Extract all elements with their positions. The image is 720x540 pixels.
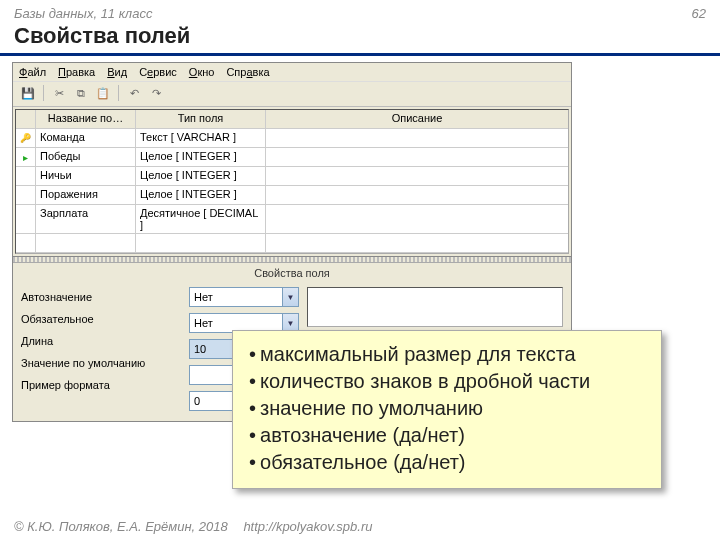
- paste-icon[interactable]: 📋: [94, 84, 112, 102]
- cell-field-type[interactable]: Целое [ INTEGER ]: [136, 186, 266, 204]
- label-default: Значение по умолчанию: [21, 357, 181, 369]
- cell-field-name[interactable]: Зарплата: [36, 205, 136, 233]
- undo-icon[interactable]: ↶: [125, 84, 143, 102]
- cell-field-desc[interactable]: [266, 129, 568, 147]
- row-marker-icon: [16, 205, 36, 233]
- cut-icon[interactable]: ✂: [50, 84, 68, 102]
- cell-field-desc[interactable]: [266, 167, 568, 185]
- callout-item: обязательное (да/нет): [249, 449, 645, 476]
- separator: [43, 85, 44, 101]
- input-autovalue-text: Нет: [190, 291, 282, 303]
- table-row[interactable]: ЗарплатаДесятичное [ DECIMAL ]: [16, 205, 568, 234]
- row-marker-icon: [16, 167, 36, 185]
- slide-footer: © К.Ю. Поляков, Е.А. Ерёмин, 2018 http:/…: [14, 519, 372, 534]
- save-icon[interactable]: 💾: [19, 84, 37, 102]
- cell-field-name[interactable]: Победы: [36, 148, 136, 166]
- grid-header-type[interactable]: Тип поля: [136, 110, 266, 128]
- callout-item: максимальный размер для текста: [249, 341, 645, 368]
- menu-view[interactable]: Вид: [107, 66, 127, 78]
- table-row[interactable]: ПораженияЦелое [ INTEGER ]: [16, 186, 568, 205]
- label-format: Пример формата: [21, 379, 181, 391]
- cell-field-type[interactable]: Текст [ VARCHAR ]: [136, 129, 266, 147]
- cell-field-type[interactable]: Целое [ INTEGER ]: [136, 148, 266, 166]
- cell-field-name[interactable]: Поражения: [36, 186, 136, 204]
- table-row-blank[interactable]: [16, 234, 568, 253]
- row-marker-icon: [16, 186, 36, 204]
- cell-field-name[interactable]: Ничьи: [36, 167, 136, 185]
- callout-item: количество знаков в дробной части: [249, 368, 645, 395]
- slide-header: Базы данных, 11 класс 62: [0, 0, 720, 23]
- grid-header-desc[interactable]: Описание: [266, 110, 568, 128]
- cell-field-desc[interactable]: [266, 205, 568, 233]
- cell-field-name[interactable]: Команда: [36, 129, 136, 147]
- label-required: Обязательное: [21, 313, 181, 325]
- cell-field-type[interactable]: Целое [ INTEGER ]: [136, 167, 266, 185]
- grid-header-blank: [16, 110, 36, 128]
- course-label: Базы данных, 11 класс: [14, 6, 152, 21]
- callout-item: автозначение (да/нет): [249, 422, 645, 449]
- cell-field-type[interactable]: Десятичное [ DECIMAL ]: [136, 205, 266, 233]
- footer-url: http://kpolyakov.spb.ru: [243, 519, 372, 534]
- label-length: Длина: [21, 335, 181, 347]
- copy-icon[interactable]: ⧉: [72, 84, 90, 102]
- cell-field-desc[interactable]: [266, 148, 568, 166]
- menu-help[interactable]: Справка: [226, 66, 269, 78]
- separator: [118, 85, 119, 101]
- table-row[interactable]: ПобедыЦелое [ INTEGER ]: [16, 148, 568, 167]
- table-row[interactable]: КомандаТекст [ VARCHAR ]: [16, 129, 568, 148]
- annotation-callout: максимальный размер для текстаколичество…: [232, 330, 662, 489]
- menu-edit[interactable]: Правка: [58, 66, 95, 78]
- grid-header: Название по… Тип поля Описание: [16, 110, 568, 129]
- menu-service[interactable]: Сервис: [139, 66, 177, 78]
- menubar: Файл Правка Вид Сервис Окно Справка: [13, 63, 571, 81]
- input-required-text: Нет: [190, 317, 282, 329]
- cell-field-desc[interactable]: [266, 186, 568, 204]
- table-row[interactable]: НичьиЦелое [ INTEGER ]: [16, 167, 568, 186]
- menu-file[interactable]: Файл: [19, 66, 46, 78]
- page-title: Свойства полей: [0, 23, 720, 56]
- grid-header-name[interactable]: Название по…: [36, 110, 136, 128]
- row-marker-icon: [16, 129, 36, 147]
- toolbar: 💾 ✂ ⧉ 📋 ↶ ↷: [13, 81, 571, 107]
- row-marker-icon: [16, 148, 36, 166]
- label-autovalue: Автозначение: [21, 291, 181, 303]
- property-help-box: [307, 287, 563, 327]
- redo-icon[interactable]: ↷: [147, 84, 165, 102]
- chevron-down-icon[interactable]: ▼: [282, 288, 298, 306]
- row-marker-icon: [16, 234, 36, 252]
- property-panel-title: Свойства поля: [13, 263, 571, 283]
- menu-window[interactable]: Окно: [189, 66, 215, 78]
- copyright: © К.Ю. Поляков, Е.А. Ерёмин, 2018: [14, 519, 228, 534]
- page-number: 62: [692, 6, 706, 21]
- field-grid: Название по… Тип поля Описание КомандаТе…: [15, 109, 569, 254]
- callout-item: значение по умолчанию: [249, 395, 645, 422]
- input-autovalue[interactable]: Нет ▼: [189, 287, 299, 307]
